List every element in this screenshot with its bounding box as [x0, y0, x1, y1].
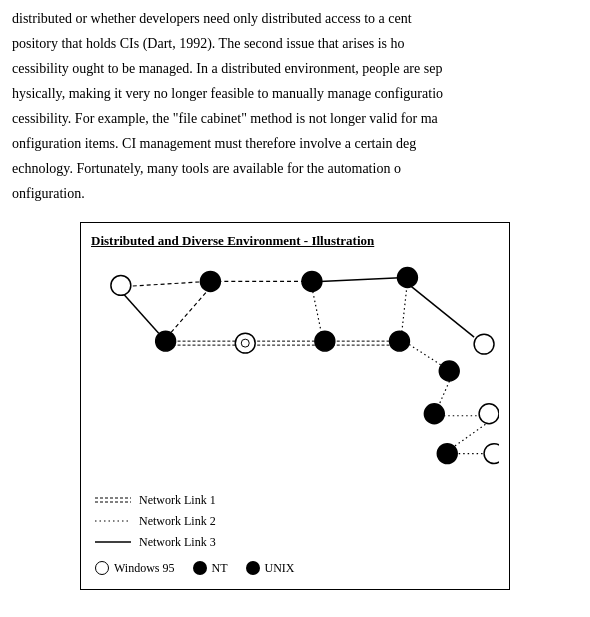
node-L: [437, 443, 457, 463]
node-A: [111, 275, 131, 295]
nt-icon: [193, 561, 207, 575]
node-B: [200, 271, 220, 291]
os-item-windows: Windows 95: [95, 559, 175, 577]
legend-label-2: Network Link 2: [139, 512, 216, 530]
text-block: distributed or whether developers need o…: [12, 8, 578, 204]
text-line-7: echnology. Fortunately, many tools are a…: [12, 158, 578, 179]
legend: Network Link 1 Network Link 2: [95, 491, 499, 551]
node-M: [484, 443, 499, 463]
text-line-8: onfiguration.: [12, 183, 578, 204]
diagram-box: Distributed and Diverse Environment - Il…: [80, 222, 510, 590]
os-item-unix: UNIX: [246, 559, 295, 577]
node-K: [479, 403, 499, 423]
text-line-6: onfiguration items. CI management must t…: [12, 133, 578, 154]
svg-line-9: [312, 287, 322, 335]
legend-row-1: Network Link 1: [95, 491, 499, 509]
legend-label-3: Network Link 3: [139, 533, 216, 551]
diagram-container: Distributed and Diverse Environment - Il…: [12, 222, 578, 590]
legend-row-3: Network Link 3: [95, 533, 499, 551]
diagram-svg: [91, 259, 499, 479]
node-D: [397, 267, 417, 287]
diagram-title: Distributed and Diverse Environment - Il…: [91, 231, 499, 251]
node-J: [424, 403, 444, 423]
os-legend: Windows 95 NT UNIX: [95, 559, 499, 577]
svg-line-14: [451, 421, 489, 448]
text-line-2: pository that holds CIs (Dart, 1992). Th…: [12, 33, 578, 54]
svg-line-1: [126, 281, 209, 286]
node-F: [235, 333, 255, 353]
node-E: [156, 331, 176, 351]
windows-label: Windows 95: [114, 559, 175, 577]
text-line-5: cessibility. For example, the "file cabi…: [12, 108, 578, 129]
svg-line-10: [401, 281, 407, 335]
node-C: [302, 271, 322, 291]
text-line-4: hysically, making it very no longer feas…: [12, 83, 578, 104]
svg-line-17: [320, 277, 406, 281]
svg-line-16: [123, 293, 159, 333]
page: distributed or whether developers need o…: [0, 0, 590, 602]
text-line-3: cessibility ought to be managed. In a di…: [12, 58, 578, 79]
nt-label: NT: [212, 559, 228, 577]
node-G: [315, 331, 335, 351]
os-item-nt: NT: [193, 559, 228, 577]
node-right-top: [474, 334, 494, 354]
windows-icon: [95, 561, 109, 575]
node-H: [390, 331, 410, 351]
node-I: [439, 361, 459, 381]
svg-line-11: [405, 342, 444, 367]
legend-label-1: Network Link 1: [139, 491, 216, 509]
legend-row-2: Network Link 2: [95, 512, 499, 530]
legend-line-2: [95, 516, 131, 526]
svg-line-12: [437, 376, 451, 408]
legend-line-1: [95, 495, 131, 505]
svg-line-2: [169, 287, 211, 335]
unix-icon: [246, 561, 260, 575]
legend-line-3: [95, 537, 131, 547]
unix-label: UNIX: [265, 559, 295, 577]
svg-line-18: [407, 283, 474, 337]
text-line-1: distributed or whether developers need o…: [12, 8, 578, 29]
